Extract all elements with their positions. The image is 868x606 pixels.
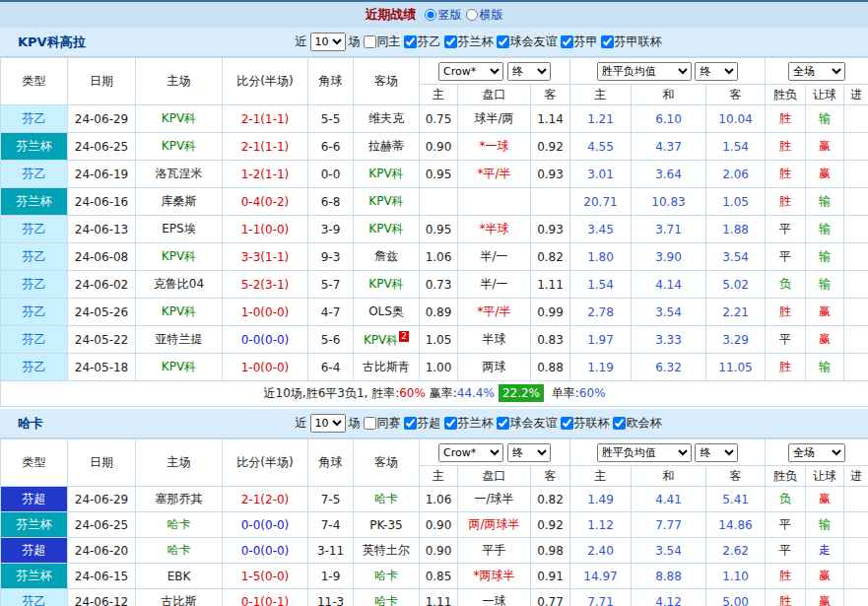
league-filter-checkbox-input[interactable] [601,35,614,48]
col-header-avg-draw: 和 [632,85,706,105]
scope-select[interactable]: 全场 [788,443,845,462]
result-cell: 负 [766,487,806,512]
league-filter-checkbox-input[interactable] [404,417,417,430]
avg-home-odds: 14.97 [570,564,632,589]
bookmaker-select[interactable]: Crow* [438,62,503,81]
avg-away-odds: 10.04 [706,105,766,133]
away-team: 哈卡 [354,589,420,606]
corner-score: 11-3 [308,589,354,606]
match-score: 5-2(3-1) [223,271,308,299]
avg-away-odds: 5.02 [706,271,766,299]
scope-select[interactable]: 全场 [788,62,845,81]
vertical-radio-input[interactable] [425,9,436,21]
league-filter-checkbox-input[interactable] [561,35,573,48]
league-filter-checkbox[interactable]: 芬甲 [561,34,598,50]
handicap-line: 两/两球半 [458,512,531,538]
league-filter-label: 芬乙 [418,34,441,50]
corner-score: 1-9 [308,564,354,589]
league-filter-checkbox-input[interactable] [561,417,573,430]
avg-odds-select[interactable]: 胜平负均值 [597,443,692,462]
avg-away-odds: 2.21 [706,299,766,326]
handicap-home-odds: 1.06 [420,243,458,271]
vertical-layout-radio[interactable]: 竖版 [425,7,462,24]
handicap-line: 一球 [458,589,531,606]
match-date: 24-06-15 [68,564,136,589]
matches-table: 类型 日期 主场 比分(半场) 角球 客场 Crow* 终 胜平负均值 终 全场 [0,438,868,606]
league-filter-checkbox[interactable]: 芬乙 [404,34,441,50]
handicap-line: 一/球半 [458,487,531,512]
league-filter-checkbox-input[interactable] [497,417,509,430]
avg-home-odds: 1.19 [570,354,632,381]
match-score: 0-4(0-2) [223,188,308,216]
odds-stage-select[interactable]: 终 [507,443,551,462]
league-filter-checkbox[interactable]: 芬兰杯 [444,34,494,50]
league-type-cell: 芬乙 [1,105,68,133]
league-filter-checkbox-input[interactable] [404,35,417,48]
odds-stage-select[interactable]: 终 [507,62,551,81]
avg-stage-select[interactable]: 终 [695,62,738,81]
league-filter-checkbox[interactable]: 芬超 [404,415,441,432]
match-row: 芬兰杯24-06-25哈卡0-0(0-0)7-4PK-350.90两/两球半0.… [1,512,868,538]
home-team: 哈卡 [136,512,223,538]
match-row: 芬乙24-06-08KPV科3-3(1-1)9-3詹兹1.06半/一0.821.… [1,243,868,271]
avg-draw-odds: 4.14 [632,271,706,299]
handicap-home-odds [420,188,458,216]
stats-segment: 近10场,胜6平3负1, 胜率: [264,386,400,400]
col-header-handicap-line: 盘口 [458,466,531,487]
away-team: KPV科2 [354,326,420,354]
home-team: 古比斯 [136,589,223,606]
handicap-away-odds: 0.91 [531,564,570,589]
avg-away-odds: 3.29 [706,326,766,354]
match-count-select[interactable]: 10 [310,414,346,433]
horizontal-layout-radio[interactable]: 横版 [466,7,503,24]
kpv-filter-bar: KPV科高拉 近 10 场 同主 芬乙芬兰杯球会友谊芬甲芬甲联杯 [0,28,868,57]
goals-cell [844,512,868,538]
col-header-date: 日期 [68,439,136,487]
league-filter-checkbox-input[interactable] [613,417,626,430]
league-type-cell: 芬兰杯 [1,564,68,589]
avg-home-odds: 7.71 [570,589,632,606]
league-filter-checkbox-input[interactable] [497,35,509,48]
league-type-cell: 芬兰杯 [1,512,68,538]
col-header-away: 客场 [354,58,420,105]
same-competition-checkbox-input[interactable] [364,417,376,430]
match-date: 24-05-26 [68,299,136,326]
handicap-away-odds: 0.98 [531,538,570,564]
league-filter-checkbox[interactable]: 芬联杯 [561,415,610,432]
league-filter-checkbox[interactable]: 芬兰杯 [444,415,494,432]
handicap-away-odds: 0.82 [531,487,570,512]
league-filter-checkbox-input[interactable] [444,417,457,430]
result-cell: 胜 [766,105,806,133]
goals-cell [844,216,868,243]
handicap-away-odds: 0.88 [531,354,570,381]
horizontal-radio-input[interactable] [466,9,478,21]
home-team: EBK [136,564,223,589]
handicap-away-odds [531,188,570,216]
result-cell: 胜 [766,299,806,326]
match-score: 3-3(1-1) [223,243,308,271]
avg-draw-odds: 8.88 [632,564,706,589]
handicap-line: 半球 [458,326,531,354]
league-filter-checkbox-input[interactable] [444,35,457,48]
league-filter-label: 欧会杯 [627,415,662,432]
same-competition-checkbox[interactable]: 同赛 [364,415,401,432]
avg-odds-select[interactable]: 胜平负均值 [597,62,692,81]
league-checkbox-group: 芬乙芬兰杯球会友谊芬甲芬甲联杯 [404,34,662,50]
avg-home-odds: 2.78 [570,299,632,326]
league-filter-checkbox[interactable]: 芬甲联杯 [601,34,662,50]
handicap-home-odds: 0.75 [420,105,458,133]
league-filter-checkbox[interactable]: 球会友谊 [497,415,558,432]
same-venue-checkbox[interactable]: 同主 [364,34,401,50]
league-filter-checkbox[interactable]: 球会友谊 [497,34,558,50]
handicap-away-odds: 1.14 [531,105,570,133]
handicap-result-cell: 输 [806,105,844,133]
league-type-cell: 芬超 [1,487,68,512]
bookmaker-select[interactable]: Crow* [438,443,503,462]
same-venue-checkbox-input[interactable] [364,35,376,48]
avg-stage-select[interactable]: 终 [695,443,738,462]
match-count-select[interactable]: 10 [310,33,346,51]
matches-table: 类型 日期 主场 比分(半场) 角球 客场 Crow* 终 胜平负均值 终 全场 [0,57,868,407]
match-date: 24-06-08 [68,243,136,271]
league-filter-checkbox[interactable]: 欧会杯 [613,415,662,432]
result-cell: 胜 [766,188,806,216]
